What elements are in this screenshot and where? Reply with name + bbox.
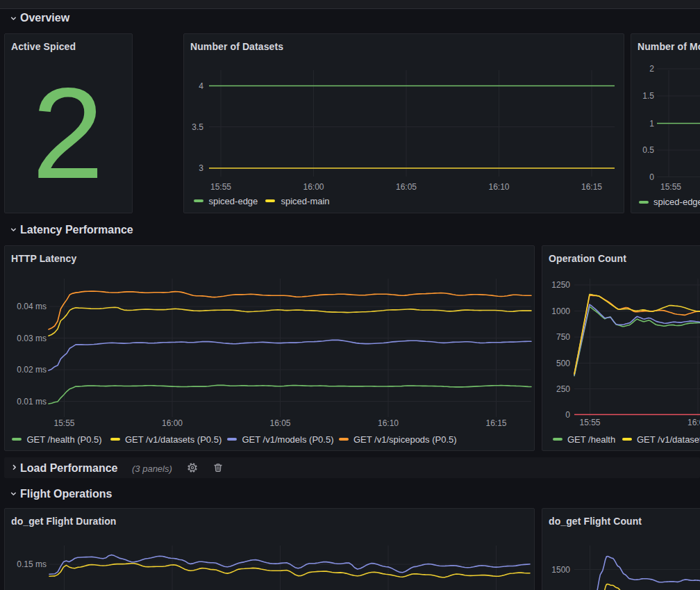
svg-text:1500: 1500 [551, 565, 570, 575]
svg-text:16:05: 16:05 [396, 182, 417, 192]
svg-text:3.5: 3.5 [192, 122, 203, 132]
svg-text:16:00: 16:00 [688, 418, 700, 427]
svg-text:GET /health: GET /health [567, 434, 615, 445]
svg-text:15:55: 15:55 [210, 182, 231, 192]
svg-text:1: 1 [649, 119, 654, 129]
svg-text:16:05: 16:05 [269, 418, 290, 428]
svg-text:0.04 ms: 0.04 ms [17, 302, 47, 311]
svg-text:1000: 1000 [551, 306, 570, 316]
svg-text:16:15: 16:15 [581, 182, 602, 192]
svg-text:0.15 ms: 0.15 ms [17, 559, 47, 569]
svg-text:0: 0 [649, 172, 654, 182]
svg-text:16:00: 16:00 [162, 418, 183, 428]
svg-text:spiced-edge: spiced-edge [209, 196, 258, 206]
svg-text:16:15: 16:15 [485, 418, 506, 428]
svg-text:16:00: 16:00 [303, 182, 324, 192]
svg-text:15:55: 15:55 [53, 418, 74, 428]
svg-text:0.01 ms: 0.01 ms [17, 397, 47, 407]
svg-text:spiced-edge: spiced-edge [653, 197, 700, 207]
svg-text:GET /health (P0.5): GET /health (P0.5) [27, 434, 102, 445]
svg-text:spiced-main: spiced-main [281, 196, 330, 206]
svg-text:500: 500 [556, 359, 570, 368]
svg-text:15:55: 15:55 [660, 182, 681, 192]
svg-text:0.02 ms: 0.02 ms [17, 365, 47, 375]
svg-text:750: 750 [556, 332, 570, 342]
svg-text:16:10: 16:10 [488, 182, 509, 192]
svg-text:0.5: 0.5 [642, 145, 654, 155]
svg-text:GET /v1/spicepods (P0.5): GET /v1/spicepods (P0.5) [353, 434, 457, 445]
svg-text:GET /v1/models (P0.5): GET /v1/models (P0.5) [242, 434, 334, 445]
svg-text:GET /v1/datasets: GET /v1/datasets [637, 434, 700, 445]
svg-text:2: 2 [649, 64, 654, 74]
svg-text:GET /v1/datasets (P0.5): GET /v1/datasets (P0.5) [125, 434, 222, 445]
svg-text:1250: 1250 [551, 280, 570, 290]
svg-text:250: 250 [556, 384, 570, 394]
svg-text:3: 3 [199, 163, 203, 173]
svg-text:0.03 ms: 0.03 ms [17, 334, 47, 343]
svg-text:4: 4 [199, 81, 203, 91]
svg-text:1.5: 1.5 [642, 91, 654, 101]
svg-text:15:55: 15:55 [579, 418, 600, 427]
svg-text:16:10: 16:10 [378, 418, 399, 428]
svg-text:0: 0 [565, 410, 570, 420]
svg-text:2: 2 [32, 61, 103, 205]
